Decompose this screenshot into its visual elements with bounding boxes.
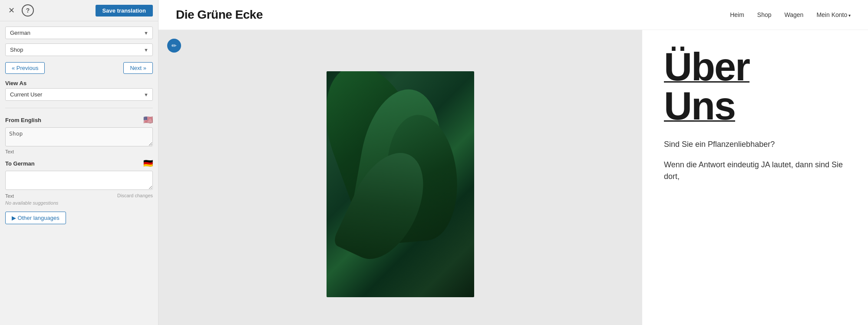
view-as-select-wrapper: Current User ▼: [5, 88, 153, 101]
save-translation-button[interactable]: Save translation: [96, 5, 153, 17]
left-panel: ✕ ? Save translation German ▼ Shop ▼ « P…: [0, 0, 158, 325]
hero-body-1: Sind Sie ein Pflanzenliebhaber?: [664, 139, 846, 150]
no-suggestions-text: No available suggestions: [5, 200, 153, 206]
language-select-wrapper: German ▼: [5, 27, 153, 39]
view-as-section: View As Current User ▼: [5, 80, 153, 101]
discard-changes-button[interactable]: Discard changes: [117, 193, 153, 198]
target-textarea[interactable]: [5, 171, 153, 190]
to-field-type: Text: [5, 193, 14, 199]
language-select[interactable]: German: [5, 27, 153, 39]
page-select-wrapper: Shop ▼: [5, 43, 153, 56]
text-section: Über Uns Sind Sie ein Pflanzenliebhaber?…: [642, 30, 868, 325]
discard-row: Text Discard changes: [5, 192, 153, 199]
page-select[interactable]: Shop: [5, 43, 153, 56]
site-header: Die Grüne Ecke Heim Shop Wagen Mein Kont…: [158, 0, 868, 30]
site-title: Die Grüne Ecke: [176, 8, 263, 22]
to-flag-icon: 🇩🇪: [143, 159, 153, 168]
page-content: ✏ Über Uns Sind Sie ein Pflanzenliebhabe…: [158, 30, 868, 325]
nav-buttons: « Previous Next »: [5, 62, 153, 74]
panel-body: German ▼ Shop ▼ « Previous Next » View A…: [0, 21, 158, 325]
from-section: From English 🇺🇸 Text: [5, 115, 153, 154]
from-flag-icon: 🇺🇸: [143, 115, 153, 125]
from-field-type: Text: [5, 149, 153, 154]
nav-item-heim[interactable]: Heim: [730, 11, 744, 18]
to-section-title: To German: [5, 160, 35, 167]
other-languages-button[interactable]: ▶ Other languages: [5, 212, 66, 224]
hero-body-2: Wenn die Antwort eindeutig JA lautet, da…: [664, 159, 846, 182]
source-textarea[interactable]: [5, 127, 153, 146]
help-button[interactable]: ?: [22, 4, 34, 17]
divider: [5, 108, 153, 108]
view-as-select[interactable]: Current User: [5, 88, 153, 101]
next-button[interactable]: Next »: [123, 62, 153, 74]
from-section-title: From English: [5, 117, 41, 123]
toolbar: ✕ ? Save translation: [0, 0, 158, 21]
image-section: ✏: [158, 30, 642, 325]
hero-heading-line1: Über: [664, 47, 846, 86]
main-content: Die Grüne Ecke Heim Shop Wagen Mein Kont…: [158, 0, 868, 325]
previous-button[interactable]: « Previous: [5, 62, 45, 74]
view-as-label: View As: [5, 80, 153, 86]
site-nav: Heim Shop Wagen Mein Konto: [730, 11, 851, 18]
nav-item-mein-konto[interactable]: Mein Konto: [816, 11, 851, 18]
nav-item-shop[interactable]: Shop: [757, 11, 772, 18]
from-section-header: From English 🇺🇸: [5, 115, 153, 125]
to-section: To German 🇩🇪 Text Discard changes No ava…: [5, 159, 153, 206]
hero-heading-line2: Uns: [664, 86, 846, 126]
plant-image: [327, 71, 474, 297]
edit-button[interactable]: ✏: [167, 39, 181, 53]
pencil-icon: ✏: [172, 42, 177, 49]
help-icon: ?: [26, 7, 30, 14]
close-button[interactable]: ✕: [5, 4, 17, 17]
nav-item-wagen[interactable]: Wagen: [785, 11, 804, 18]
to-section-header: To German 🇩🇪: [5, 159, 153, 168]
close-icon: ✕: [8, 6, 15, 15]
